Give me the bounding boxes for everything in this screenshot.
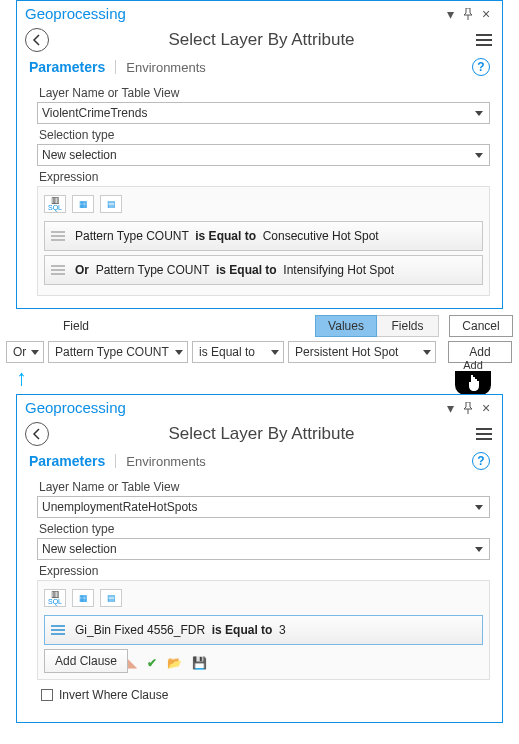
clause-builder: Field Values Fields Cancel Or Pattern Ty… xyxy=(0,309,519,394)
tabs-row: Parameters Environments ? xyxy=(17,450,502,474)
seltype-value: New selection xyxy=(42,148,117,162)
expression-box: ▥SQL ▦ ▤ Gi_Bin Fixed 4556_FDR is Equal … xyxy=(37,580,490,680)
invert-checkbox[interactable] xyxy=(41,689,53,701)
values-tab-button[interactable]: Values xyxy=(315,315,377,337)
parameters-content: Layer Name or Table View ViolentCrimeTre… xyxy=(17,80,502,308)
value-dropdown[interactable]: Persistent Hot Spot xyxy=(288,341,436,363)
pin-icon[interactable] xyxy=(460,6,476,22)
menu-button[interactable] xyxy=(474,426,494,442)
seltype-label: Selection type xyxy=(39,522,488,536)
tool-title: Select Layer By Attribute xyxy=(57,30,466,50)
field-dropdown[interactable]: Pattern Type COUNT xyxy=(48,341,188,363)
cursor-label: Add xyxy=(463,359,483,371)
operator-dropdown[interactable]: is Equal to xyxy=(192,341,284,363)
dropdown-arrow-icon[interactable]: ▾ xyxy=(442,400,458,416)
geoprocessing-pane-2: Geoprocessing ▾ × Select Layer By Attrib… xyxy=(16,394,503,723)
layer-dropdown[interactable]: ViolentCrimeTrends xyxy=(37,102,490,124)
layer-label: Layer Name or Table View xyxy=(39,86,488,100)
parameters-content: Layer Name or Table View UnemploymentRat… xyxy=(17,474,502,722)
grip-icon[interactable] xyxy=(51,265,65,275)
fields-tab-button[interactable]: Fields xyxy=(377,315,439,337)
clause-row[interactable]: Or Pattern Type COUNT is Equal to Intens… xyxy=(44,255,483,285)
tool-toolbar: Select Layer By Attribute xyxy=(17,418,502,450)
clause-text: Gi_Bin Fixed 4556_FDR is Equal to 3 xyxy=(75,623,286,637)
tab-parameters[interactable]: Parameters xyxy=(29,59,105,75)
layer-label: Layer Name or Table View xyxy=(39,480,488,494)
pane-title: Geoprocessing xyxy=(25,5,126,22)
seltype-dropdown[interactable]: New selection xyxy=(37,144,490,166)
field-header-label: Field xyxy=(46,319,106,333)
dropdown-arrow-icon[interactable]: ▾ xyxy=(442,6,458,22)
invert-label: Invert Where Clause xyxy=(59,688,168,702)
verify-button[interactable]: ▦ xyxy=(72,589,94,607)
cancel-button[interactable]: Cancel xyxy=(449,315,513,337)
grip-icon[interactable] xyxy=(51,625,65,635)
check-icon[interactable]: ✔ xyxy=(147,656,157,670)
add-clause-button[interactable]: Add Clause xyxy=(44,649,128,673)
seltype-dropdown[interactable]: New selection xyxy=(37,538,490,560)
tool-toolbar: Select Layer By Attribute xyxy=(17,24,502,56)
expression-label: Expression xyxy=(39,564,488,578)
tab-environments[interactable]: Environments xyxy=(126,454,205,469)
pane-header: Geoprocessing ▾ × xyxy=(17,395,502,418)
layer-value: UnemploymentRateHotSpots xyxy=(42,500,197,514)
cursor-overlay: Add xyxy=(455,359,491,395)
callout-arrow-icon: ↑ xyxy=(16,365,27,391)
eraser-icon[interactable]: ◣ xyxy=(128,656,137,670)
back-button[interactable] xyxy=(25,28,49,52)
help-icon[interactable]: ? xyxy=(472,452,490,470)
tabs-row: Parameters Environments ? xyxy=(17,56,502,80)
pane-title: Geoprocessing xyxy=(25,399,126,416)
verify-button[interactable]: ▦ xyxy=(72,195,94,213)
tool-title: Select Layer By Attribute xyxy=(57,424,466,444)
close-icon[interactable]: × xyxy=(478,400,494,416)
clause-row[interactable]: Pattern Type COUNT is Equal to Consecuti… xyxy=(44,221,483,251)
cursor-pointer-icon xyxy=(455,371,491,395)
grip-icon[interactable] xyxy=(51,231,65,241)
invert-where-row[interactable]: Invert Where Clause xyxy=(37,680,490,710)
seltype-label: Selection type xyxy=(39,128,488,142)
clause-text: Or Pattern Type COUNT is Equal to Intens… xyxy=(75,263,394,277)
seltype-value: New selection xyxy=(42,542,117,556)
clear-button[interactable]: ▤ xyxy=(100,589,122,607)
geoprocessing-pane-1: Geoprocessing ▾ × Select Layer By Attrib… xyxy=(16,0,503,309)
save-icon[interactable]: 💾 xyxy=(192,656,207,670)
clause-text: Pattern Type COUNT is Equal to Consecuti… xyxy=(75,229,379,243)
tab-parameters[interactable]: Parameters xyxy=(29,453,105,469)
back-button[interactable] xyxy=(25,422,49,446)
menu-button[interactable] xyxy=(474,32,494,48)
logic-dropdown[interactable]: Or xyxy=(6,341,44,363)
tab-environments[interactable]: Environments xyxy=(126,60,205,75)
layer-value: ViolentCrimeTrends xyxy=(42,106,147,120)
pin-icon[interactable] xyxy=(460,400,476,416)
sql-toggle-button[interactable]: ▥SQL xyxy=(44,195,66,213)
expression-box: ▥SQL ▦ ▤ Pattern Type COUNT is Equal to … xyxy=(37,186,490,296)
help-icon[interactable]: ? xyxy=(472,58,490,76)
layer-dropdown[interactable]: UnemploymentRateHotSpots xyxy=(37,496,490,518)
close-icon[interactable]: × xyxy=(478,6,494,22)
expression-label: Expression xyxy=(39,170,488,184)
clause-row[interactable]: Gi_Bin Fixed 4556_FDR is Equal to 3 xyxy=(44,615,483,645)
folder-open-icon[interactable]: 📂 xyxy=(167,656,182,670)
sql-toggle-button[interactable]: ▥SQL xyxy=(44,589,66,607)
clear-button[interactable]: ▤ xyxy=(100,195,122,213)
pane-header: Geoprocessing ▾ × xyxy=(17,1,502,24)
